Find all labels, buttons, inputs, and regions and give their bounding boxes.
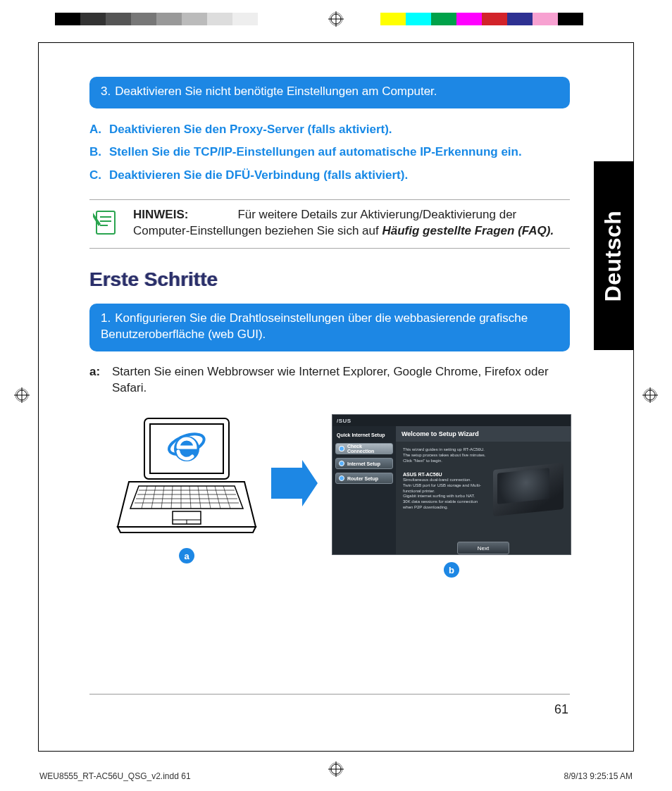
list-item: C.Deaktivieren Sie die DFÜ-Verbindung (f…	[89, 164, 570, 187]
step-number: 1.	[101, 311, 111, 325]
badge-a: a	[179, 548, 194, 563]
print-footer: WEU8555_RT-AC56U_QSG_v2.indd 61 8/9/13 9…	[39, 771, 633, 781]
language-tab-label: Deutsch	[601, 210, 627, 301]
note-block: HINWEIS:Für weitere Details zur Aktivier…	[89, 199, 570, 249]
registration-mark-icon	[14, 387, 30, 403]
footer-rule	[89, 694, 570, 695]
badge-b: b	[444, 562, 459, 578]
wizard-screenshot: /SUS Quick Internet Setup Check Connecti…	[332, 414, 571, 578]
note-icon	[91, 207, 120, 237]
print-file: WEU8555_RT-AC56U_QSG_v2.indd 61	[39, 771, 191, 781]
wizard-sidebar: Quick Internet Setup Check Connection In…	[332, 426, 396, 554]
illustration-row: a /SUS Quick Internet Setup Check Connec…	[89, 414, 570, 578]
arrow-icon	[271, 414, 318, 499]
router-icon	[493, 466, 564, 513]
substep-list: A.Deaktivieren Sie den Proxy-Server (fal…	[89, 118, 570, 187]
step-text: Deaktivieren Sie nicht benötigte Einstel…	[115, 85, 437, 98]
wizard-text: This wizard guides in setting up RT-AC56…	[403, 447, 486, 532]
section-heading: Erste Schritte	[89, 268, 570, 291]
step-text: Konfigurieren Sie die Drahtloseinstellun…	[101, 311, 528, 341]
list-item: A.Deaktivieren Sie den Proxy-Server (fal…	[89, 118, 570, 141]
note-label: HINWEIS:	[133, 208, 188, 221]
language-tab: Deutsch	[594, 161, 633, 350]
list-item: B.Stellen Sie die TCP/IP-Einstellungen a…	[89, 141, 570, 163]
wizard-brand: /SUS	[332, 415, 571, 426]
sidebar-item-check: Check Connection	[335, 443, 393, 454]
laptop-icon	[116, 414, 257, 541]
step-a-text: a: Starten Sie einen Webbrowser wie Inte…	[89, 364, 570, 397]
wizard-title: Welcome to Setup Wizard	[396, 426, 571, 442]
laptop-illustration: a	[116, 414, 257, 563]
page-frame: Deutsch 3.Deaktivieren Sie nicht benötig…	[38, 42, 634, 752]
next-button: Next	[457, 542, 509, 554]
sidebar-item-internet: Internet Setup	[335, 458, 393, 469]
step-number: 3.	[101, 85, 111, 98]
registration-mark-icon	[328, 11, 344, 27]
print-timestamp: 8/9/13 9:25:15 AM	[564, 771, 633, 781]
note-text: HINWEIS:Für weitere Details zur Aktivier…	[133, 207, 568, 239]
svg-marker-43	[118, 527, 256, 532]
step-3-box: 3.Deaktivieren Sie nicht benötigte Einst…	[89, 77, 570, 108]
sidebar-item-router: Router Setup	[335, 473, 393, 484]
page-number: 61	[554, 702, 568, 717]
svg-marker-25	[130, 486, 243, 509]
page-content: 3.Deaktivieren Sie nicht benötigte Einst…	[89, 77, 570, 578]
step-1-box: 1.Konfigurieren Sie die Drahtloseinstell…	[89, 304, 570, 351]
registration-mark-icon	[642, 387, 658, 403]
